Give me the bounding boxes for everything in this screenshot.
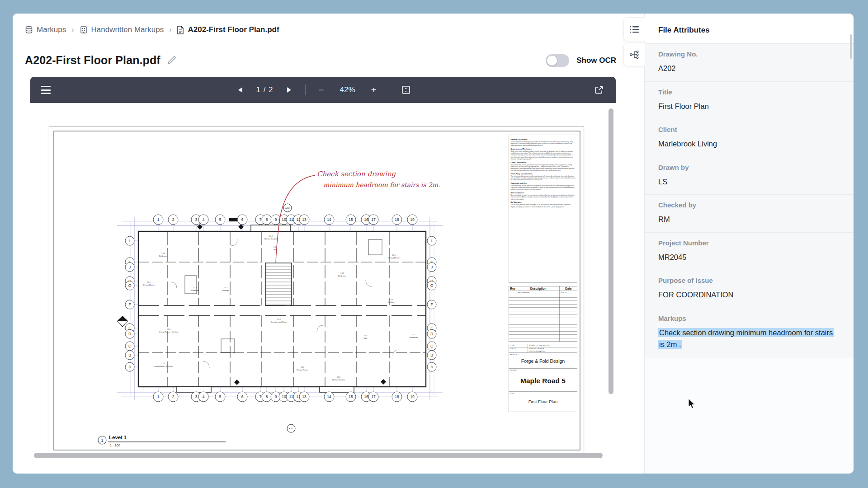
attribute-value: First Floor Plan [658, 101, 838, 113]
level-marker: 1 Level 1 1 : 100 [98, 435, 226, 447]
svg-text:1.1.4: 1.1.4 [161, 253, 165, 254]
hierarchy-icon [629, 50, 639, 60]
vertical-scrollbar[interactable] [609, 108, 613, 394]
svg-text:F: F [128, 302, 131, 307]
svg-text:2: 2 [172, 394, 175, 399]
open-external-button[interactable] [593, 84, 605, 96]
next-page-icon [287, 87, 292, 93]
next-page-button[interactable] [283, 84, 295, 96]
edit-title-icon[interactable] [167, 56, 176, 65]
attribute-label: Drawing No. [658, 50, 840, 58]
attribute-row[interactable]: TitleFirst Floor Plan [645, 82, 854, 120]
svg-text:F: F [430, 302, 433, 307]
pdf-toolbar: 1 / 2 − 42% + [30, 77, 616, 103]
svg-text:L: L [431, 239, 433, 243]
svg-text:15: 15 [349, 394, 353, 399]
svg-text:10: 10 [282, 217, 286, 222]
svg-text:2: 2 [172, 217, 175, 222]
svg-text:B: B [128, 353, 131, 357]
svg-text:A: A [128, 365, 131, 369]
svg-text:WC: WC [364, 337, 367, 339]
horizontal-scrollbar[interactable] [34, 453, 603, 458]
svg-text:3: 3 [195, 217, 198, 222]
breadcrumb-item-current-file[interactable]: A202-First Floor Plan.pdf [177, 25, 279, 34]
title-block-status-row: STATUSPURPOSE OF ISSUEFOR COORDINATION [509, 347, 577, 353]
svg-text:7: 7 [259, 394, 262, 399]
svg-text:1: 1 [157, 217, 160, 222]
level-name: Level 1 [109, 435, 127, 440]
svg-text:1.2.3: 1.2.3 [167, 328, 170, 330]
panel-title: File Attributes [645, 14, 854, 44]
svg-text:C: C [128, 344, 131, 348]
svg-text:B: B [430, 353, 433, 357]
svg-text:13: 13 [302, 394, 307, 399]
external-link-icon [594, 85, 604, 94]
zoom-out-button[interactable]: − [316, 84, 327, 96]
attribute-label: Title [658, 88, 840, 96]
title-block-architect: ARCHITECTForge & Fold Design [509, 353, 577, 369]
attribute-row[interactable]: MarkupsCheck section drawing minimum hea… [645, 308, 854, 357]
zoom-level: 42% [337, 85, 358, 94]
app-window: Markups › Handwritten Markups › [13, 14, 854, 474]
floor-plan-walls [138, 225, 426, 392]
svg-text:18: 18 [395, 217, 399, 222]
svg-text:1.1.2: 1.1.2 [269, 235, 273, 237]
svg-text:1: 1 [157, 394, 160, 399]
breadcrumb-item-handwritten-markups[interactable]: Handwritten Markups [80, 25, 164, 34]
attribute-label: Markups [658, 314, 840, 322]
attribute-value: Check section drawing minimum headroom f… [658, 327, 838, 350]
building-icon [80, 26, 88, 34]
list-icon [630, 25, 639, 33]
attribute-row[interactable]: Purpose of IssueFOR COORDINATION [645, 270, 854, 308]
svg-text:4: 4 [203, 217, 205, 222]
breadcrumb-separator: › [71, 26, 75, 34]
attribute-value: LS [658, 176, 838, 188]
svg-text:Bedroom: Bedroom [159, 255, 167, 257]
fit-page-icon [401, 85, 410, 94]
svg-text:Winter Garden: Winter Garden [264, 238, 278, 240]
breadcrumb-label: A202-First Floor Plan.pdf [188, 25, 279, 34]
svg-text:8: 8 [266, 394, 268, 399]
zoom-in-button[interactable]: + [368, 84, 380, 96]
title-block-title: TITLEFirst Floor Plan [509, 392, 577, 413]
layers-icon [25, 26, 33, 34]
svg-text:1.3.2: 1.3.2 [337, 376, 340, 378]
attribute-row[interactable]: ClientMarlebrook Living [645, 119, 854, 157]
svg-text:7: 7 [259, 217, 262, 222]
panel-scrollbar[interactable] [850, 34, 852, 59]
previous-page-button[interactable] [234, 84, 246, 96]
svg-text:1.1.5: 1.1.5 [224, 287, 227, 289]
svg-text:9: 9 [275, 394, 277, 399]
svg-text:A202: A202 [285, 207, 290, 209]
attributes-tree-tab[interactable] [623, 42, 645, 66]
fit-page-button[interactable] [400, 84, 412, 96]
svg-text:19: 19 [410, 217, 415, 222]
attribute-label: Drawn by [658, 164, 840, 171]
svg-text:1.6.2: 1.6.2 [277, 319, 281, 320]
svg-text:14: 14 [327, 217, 331, 222]
drawing-sheet: A202A201 1122334455667788991010111112121… [49, 126, 584, 454]
sheet-notes: General Disclaimer:These architectural d… [509, 135, 577, 283]
title-block-code-row: CODESUITABILITY DESCRIPTION [509, 344, 577, 347]
svg-text:Wardrobe: Wardrobe [409, 336, 418, 338]
svg-text:16: 16 [364, 217, 368, 222]
breadcrumb-label: Handwritten Markups [91, 25, 164, 34]
pdf-canvas[interactable]: A202A201 1122334455667788991010111112121… [30, 103, 616, 461]
attribute-row[interactable]: Drawn byLS [645, 157, 854, 195]
attribute-row[interactable]: Drawing No.A202 [645, 44, 854, 82]
svg-text:1.8.3: 1.8.3 [340, 272, 344, 274]
svg-text:17: 17 [371, 217, 376, 222]
attribute-label: Client [658, 126, 840, 133]
attribute-row[interactable]: Project NumberMR2045 [645, 233, 854, 271]
svg-text:J: J [431, 265, 433, 269]
breadcrumb-item-markups[interactable]: Markups [25, 25, 66, 34]
svg-text:1.2.5: 1.2.5 [161, 363, 165, 365]
attribute-label: Checked by [658, 201, 840, 209]
svg-text:1.4.3: 1.4.3 [301, 366, 304, 368]
menu-icon[interactable] [41, 86, 51, 94]
show-ocr-toggle[interactable] [546, 54, 569, 67]
attribute-row[interactable]: Checked byRM [645, 195, 854, 233]
svg-text:1.7.1: 1.7.1 [412, 334, 415, 336]
list-view-tab[interactable] [623, 17, 645, 41]
page-title: A202-First Floor Plan.pdf [25, 54, 160, 67]
